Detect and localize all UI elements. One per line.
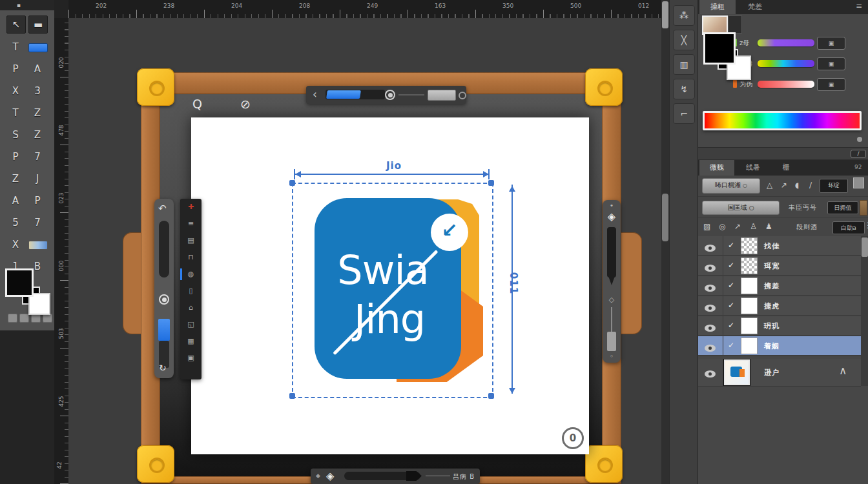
tool-1-1[interactable]: A bbox=[28, 61, 46, 77]
tool-7-0[interactable]: A bbox=[6, 192, 25, 209]
tool-5-0[interactable]: P bbox=[6, 148, 25, 165]
canvas-scrollbar-thumb[interactable] bbox=[662, 194, 668, 241]
rotate-view-icon[interactable]: ⊘ bbox=[240, 97, 251, 111]
visibility-eye-icon[interactable] bbox=[705, 368, 716, 380]
gradient-bar-2[interactable] bbox=[758, 81, 814, 88]
gradient-button-2[interactable]: ▣ bbox=[817, 78, 845, 91]
visibility-eye-icon[interactable] bbox=[705, 282, 716, 294]
right-bar-circle-icon[interactable]: ◦ bbox=[603, 352, 621, 361]
right-bar-diamond-icon[interactable]: ◇ bbox=[603, 296, 621, 304]
tool-0-1[interactable] bbox=[28, 43, 48, 52]
kind-value-field[interactable]: 日拥值 bbox=[827, 201, 858, 214]
dock-button-0[interactable]: ⁂ bbox=[673, 5, 695, 26]
layer-thumbnail[interactable] bbox=[741, 338, 758, 354]
selection-handle-tr[interactable] bbox=[488, 180, 494, 186]
visibility-eye-icon[interactable] bbox=[705, 302, 716, 314]
left-bar-icon-7[interactable]: ◱ bbox=[180, 320, 202, 328]
palette-footer-btn-1[interactable] bbox=[19, 314, 29, 323]
tool-special-1[interactable]: ▬ bbox=[28, 15, 48, 34]
layer-thumbnail[interactable] bbox=[741, 237, 758, 254]
selection-handle-br[interactable] bbox=[488, 393, 494, 399]
zoom-slider-fill[interactable] bbox=[326, 90, 361, 99]
lock-icon-4[interactable]: ♟ bbox=[765, 222, 772, 231]
tool-3-1[interactable]: Z bbox=[28, 105, 46, 121]
blend-mode-button[interactable]: 咘口桐湘 ○ bbox=[702, 178, 760, 194]
tool-8-1[interactable]: 7 bbox=[28, 214, 46, 231]
dock-button-2[interactable]: ▥ bbox=[673, 54, 695, 75]
options-icon-2[interactable]: ◖ bbox=[795, 181, 799, 190]
link-check-icon[interactable]: ✓ bbox=[728, 241, 734, 250]
link-check-icon[interactable]: ✓ bbox=[728, 261, 734, 270]
selection-handle-bl[interactable] bbox=[289, 393, 295, 399]
lock-icon-3[interactable]: ♙ bbox=[750, 222, 757, 231]
layer-thumbnail[interactable] bbox=[741, 297, 758, 314]
tool-7-1[interactable]: P bbox=[28, 192, 46, 209]
layer-row-4[interactable]: ✓玬玑 bbox=[698, 316, 861, 336]
link-check-icon[interactable]: ✓ bbox=[728, 341, 734, 350]
lock-icon-0[interactable]: ▨ bbox=[703, 222, 710, 231]
page-badge[interactable]: 0 bbox=[562, 427, 584, 449]
options-square-button[interactable] bbox=[853, 177, 864, 188]
filter-toggle-button[interactable] bbox=[860, 200, 867, 216]
left-bar-icon-5[interactable]: ▯ bbox=[180, 287, 202, 295]
link-check-icon[interactable]: ✓ bbox=[728, 301, 734, 310]
foreground-color-swatch[interactable] bbox=[5, 268, 34, 297]
divider-handle[interactable]: ∕ bbox=[851, 150, 866, 158]
options-icon-0[interactable]: △ bbox=[767, 181, 772, 190]
move-star-icon[interactable]: ◈ bbox=[603, 210, 621, 223]
tool-9-0[interactable]: X bbox=[6, 236, 25, 253]
right-bar-dot-icon[interactable]: • bbox=[603, 201, 621, 210]
tab-channels[interactable]: 线暑 bbox=[736, 160, 770, 176]
visibility-eye-icon[interactable] bbox=[705, 322, 716, 334]
panel-menu-icon[interactable]: ≡ bbox=[856, 1, 862, 10]
left-bar-icon-8[interactable]: ▦ bbox=[180, 337, 202, 345]
lock-arrow-icon[interactable]: ∧ bbox=[839, 364, 847, 377]
left-bar-icon-4[interactable]: ◍ bbox=[180, 270, 202, 278]
more-icon[interactable]: ⋮ bbox=[864, 221, 868, 230]
lock-icon-2[interactable]: ↗ bbox=[734, 222, 741, 231]
gradient-bar-1[interactable] bbox=[758, 60, 814, 67]
palette-footer-btn-3[interactable] bbox=[43, 314, 52, 323]
options-icon-1[interactable]: ↗ bbox=[781, 181, 787, 190]
canvas-scrollbar-cap[interactable] bbox=[662, 1, 668, 28]
link-check-icon[interactable]: ✓ bbox=[728, 321, 734, 330]
layer-thumbnail[interactable] bbox=[741, 277, 758, 294]
tool-special-0[interactable]: ↖ bbox=[6, 15, 26, 34]
tool-0-0[interactable]: T bbox=[6, 39, 25, 55]
palette-footer-btn-2[interactable] bbox=[31, 314, 41, 323]
gradient-button-1[interactable]: ▣ bbox=[817, 57, 845, 70]
color-spectrum-bar[interactable] bbox=[703, 111, 862, 130]
visibility-eye-icon[interactable] bbox=[705, 262, 716, 274]
tab-styles[interactable]: 梵差 bbox=[737, 0, 773, 14]
dock-button-1[interactable]: ╳ bbox=[673, 30, 695, 50]
tool-9-1[interactable] bbox=[28, 241, 48, 250]
tool-5-1[interactable]: 7 bbox=[28, 148, 46, 165]
undo-arrow-icon[interactable]: ↶ bbox=[158, 203, 167, 214]
redo-arrow-icon[interactable]: ↻ bbox=[159, 363, 167, 373]
visibility-eye-icon[interactable] bbox=[705, 342, 716, 354]
background-layer-thumbnail[interactable] bbox=[724, 359, 750, 385]
left-bar-icon-1[interactable]: ≡ bbox=[180, 219, 202, 228]
tool-4-1[interactable]: Z bbox=[28, 126, 46, 143]
layer-row-0[interactable]: ✓找佳 bbox=[698, 236, 861, 256]
dock-button-4[interactable]: ⌐ bbox=[673, 103, 695, 124]
layer-thumbnail[interactable] bbox=[741, 318, 758, 334]
link-check-icon[interactable]: ✓ bbox=[728, 281, 734, 290]
layer-thumbnail[interactable] bbox=[741, 257, 758, 274]
palette-footer-btn-0[interactable] bbox=[8, 314, 17, 323]
layers-scrollbar-thumb[interactable] bbox=[862, 237, 868, 257]
tool-8-0[interactable]: 5 bbox=[6, 214, 25, 231]
tool-3-0[interactable]: T bbox=[6, 105, 25, 121]
pen-handle[interactable] bbox=[607, 227, 616, 277]
options-icon-3[interactable]: ∕ bbox=[809, 181, 812, 190]
selection-marquee[interactable] bbox=[292, 183, 493, 398]
gradient-bar-0[interactable] bbox=[758, 39, 814, 46]
small-circle-icon[interactable] bbox=[459, 92, 466, 99]
background-layer-row[interactable]: 逊户 ∧ bbox=[698, 359, 861, 387]
layer-row-5[interactable]: ✓着姻 bbox=[698, 336, 861, 356]
tool-6-0[interactable]: Z bbox=[6, 170, 25, 187]
selection-handle-tl[interactable] bbox=[289, 180, 295, 186]
pattern-dark-swatch[interactable] bbox=[728, 15, 742, 34]
back-chevron-icon[interactable]: ‹ bbox=[313, 88, 317, 101]
left-bar-slider[interactable] bbox=[159, 221, 169, 277]
